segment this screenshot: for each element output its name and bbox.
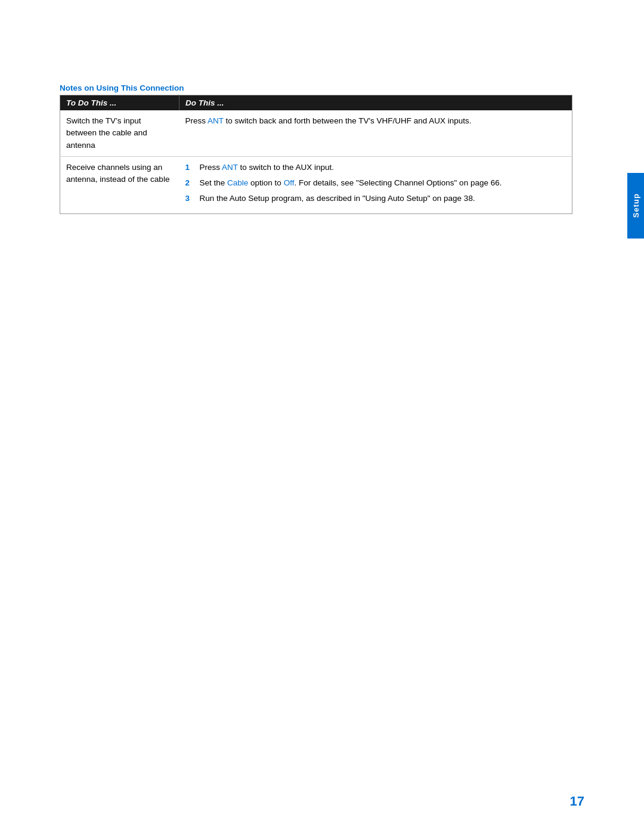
table-header-row: To Do This ... Do This ...: [60, 95, 572, 111]
header-col2: Do This ...: [179, 95, 572, 111]
steps-list: 1 Press ANT to switch to the AUX input. …: [185, 162, 566, 205]
step-2-number: 2: [185, 177, 196, 189]
ant-highlight: ANT: [222, 163, 238, 172]
page-content: Notes on Using This Connection To Do Thi…: [60, 83, 572, 214]
step-3: 3 Run the Auto Setup program, as describ…: [185, 193, 566, 205]
header-col1: To Do This ...: [60, 95, 179, 111]
row1-text-before: Press: [185, 116, 208, 125]
section-title: Notes on Using This Connection: [60, 83, 572, 92]
step-2-text: Set the Cable option to Off. For details…: [200, 177, 566, 189]
step-3-text: Run the Auto Setup program, as described…: [200, 193, 566, 205]
notes-table: To Do This ... Do This ... Switch the TV…: [60, 95, 572, 214]
row1-right: Press ANT to switch back and forth betwe…: [179, 110, 572, 156]
cable-highlight: Cable: [227, 178, 248, 187]
row1-left: Switch the TV’s input between the cable …: [60, 110, 179, 156]
row2-right: 1 Press ANT to switch to the AUX input. …: [179, 156, 572, 213]
step-1-number: 1: [185, 162, 196, 174]
page-number: 17: [570, 794, 584, 809]
off-highlight: Off: [284, 178, 295, 187]
row1-highlight-ant: ANT: [208, 116, 224, 125]
side-tab: Setup: [627, 173, 644, 239]
row1-text-after: to switch back and forth between the TV'…: [224, 116, 472, 125]
side-tab-label: Setup: [631, 193, 640, 218]
step-1: 1 Press ANT to switch to the AUX input.: [185, 162, 566, 174]
step-2: 2 Set the Cable option to Off. For detai…: [185, 177, 566, 189]
table-row: Switch the TV’s input between the cable …: [60, 110, 572, 156]
table-row: Receive channels using an antenna, inste…: [60, 156, 572, 213]
step-1-text: Press ANT to switch to the AUX input.: [200, 162, 566, 174]
row2-left: Receive channels using an antenna, inste…: [60, 156, 179, 213]
step-3-number: 3: [185, 193, 196, 205]
